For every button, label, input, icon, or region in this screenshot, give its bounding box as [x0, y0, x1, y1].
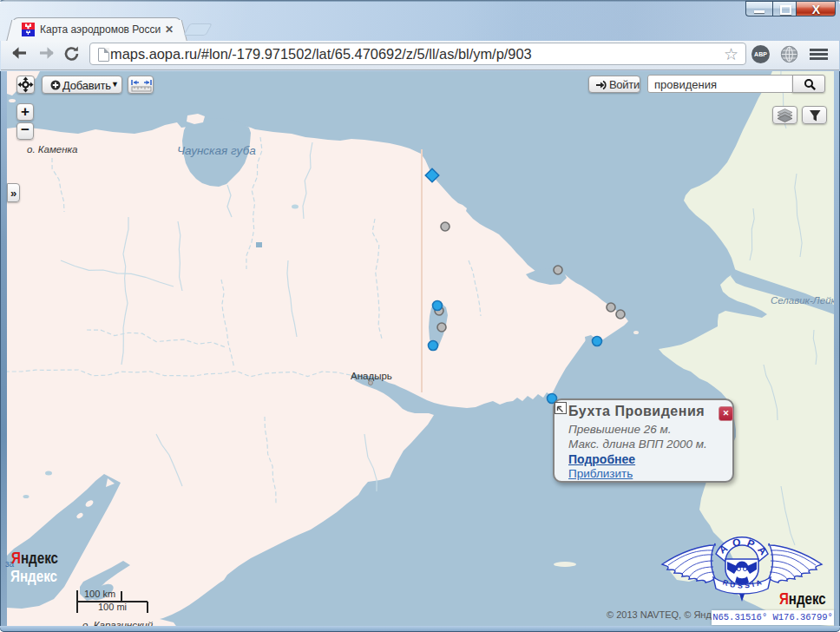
svg-text:Чаунская губа: Чаунская губа: [177, 144, 256, 157]
svg-text:о. Каменка: о. Каменка: [27, 144, 77, 155]
svg-text:Анадырь: Анадырь: [351, 371, 392, 381]
svg-text:Селавик-Лейк: Селавик-Лейк: [771, 295, 834, 306]
